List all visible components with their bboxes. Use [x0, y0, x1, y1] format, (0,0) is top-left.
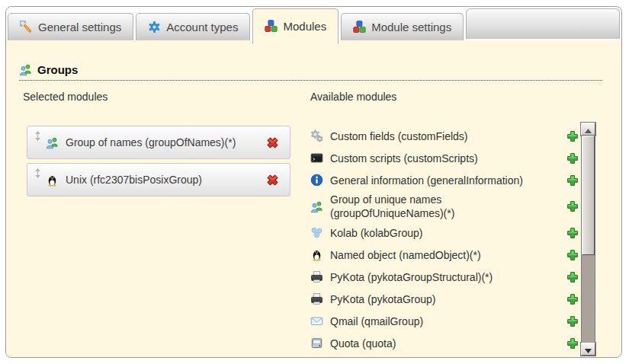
wrench-icon	[20, 21, 33, 34]
available-module-row: Group of unique names (groupOfUniqueName…	[310, 191, 579, 222]
available-module-row: Quota (quota)	[310, 332, 579, 354]
remove-module-button[interactable]	[266, 174, 279, 187]
scroll-up-icon	[585, 123, 592, 136]
tab-bar-filler	[466, 8, 620, 39]
available-module-label: Qmail (qmailGroup)	[330, 315, 423, 328]
drag-handle-icon[interactable]	[34, 168, 41, 178]
add-module-button[interactable]	[566, 200, 579, 212]
add-module-button[interactable]	[566, 130, 579, 142]
scrollbar-track[interactable]	[581, 136, 595, 343]
envelope-icon	[310, 315, 323, 327]
selected-module-label: Unix (rfc2307bisPosixGroup)	[66, 174, 202, 186]
scroll-down-icon	[585, 343, 592, 356]
available-module-label: Named object (namedObject)(*)	[330, 248, 481, 262]
modules-icon	[353, 21, 366, 34]
drag-handle-icon[interactable]	[34, 131, 41, 141]
add-module-button[interactable]	[566, 337, 579, 350]
selected-modules-list: Group of names (groupOfNames)(*)Unix (rf…	[27, 126, 290, 200]
disk-icon	[310, 337, 323, 350]
available-module-row: PyKota (pykotaGroupStructural)(*)	[310, 266, 579, 288]
selected-module-row[interactable]: Unix (rfc2307bisPosixGroup)	[27, 163, 290, 196]
tab-label: Modules	[283, 20, 326, 33]
scrollbar-thumb[interactable]	[582, 136, 595, 255]
tab-account-types[interactable]: Account types	[136, 13, 250, 40]
remove-module-button[interactable]	[266, 136, 279, 149]
add-module-button[interactable]	[566, 227, 579, 239]
add-module-button[interactable]	[566, 271, 579, 283]
available-module-label: Quota (quota)	[330, 337, 396, 350]
available-module-label: PyKota (pykotaGroupStructural)(*)	[330, 270, 493, 284]
modules-tab-content: Groups Selected modules Available module…	[6, 40, 621, 357]
available-module-label: Custom scripts (customScripts)	[330, 152, 478, 165]
available-module-label: Custom fields (customFields)	[330, 129, 468, 143]
info-icon	[310, 174, 323, 187]
available-module-row: Qmail (qmailGroup)	[310, 310, 579, 332]
config-panel: General settings Account types Modules M…	[5, 6, 622, 358]
tab-label: Account types	[166, 21, 238, 34]
add-module-button[interactable]	[566, 152, 579, 164]
available-modules-heading: Available modules	[310, 91, 396, 103]
available-module-label: PyKota (pykotaGroup)	[330, 292, 436, 306]
available-modules-list: Custom fields (customFields)Custom scrip…	[310, 125, 579, 354]
add-module-button[interactable]	[566, 174, 579, 187]
tab-label: General settings	[38, 21, 121, 34]
kolab-icon	[310, 226, 323, 239]
add-module-button[interactable]	[566, 293, 579, 305]
available-modules-scrollbar[interactable]	[581, 123, 595, 356]
terminal-icon	[310, 152, 323, 164]
selected-modules-heading: Selected modules	[23, 91, 108, 103]
scroll-down-button[interactable]	[581, 343, 595, 356]
selected-module-row[interactable]: Group of names (groupOfNames)(*)	[27, 126, 290, 159]
available-module-row: Named object (namedObject)(*)	[310, 244, 579, 266]
available-module-label: Kolab (kolabGroup)	[330, 226, 422, 240]
gears-icon	[310, 129, 323, 142]
available-module-row: Custom fields (customFields)	[310, 125, 579, 147]
group-icon	[46, 136, 59, 149]
available-module-label: General information (generalInformation)	[330, 174, 523, 187]
modules-icon	[265, 20, 278, 33]
tab-general-settings[interactable]: General settings	[8, 13, 133, 40]
group-icon	[310, 200, 323, 213]
available-module-row: General information (generalInformation)	[310, 169, 579, 191]
selected-module-label: Group of names (groupOfNames)(*)	[66, 136, 236, 148]
tab-label: Module settings	[371, 21, 451, 34]
groups-icon	[19, 63, 32, 76]
add-module-button[interactable]	[566, 249, 579, 261]
available-module-row: PyKota (pykotaGroup)	[310, 288, 579, 310]
section-header-groups: Groups	[19, 63, 602, 81]
tab-modules[interactable]: Modules	[252, 8, 339, 43]
add-module-button[interactable]	[566, 315, 579, 327]
tux-icon	[46, 174, 59, 187]
tux-icon	[310, 248, 323, 261]
printer-icon	[310, 270, 323, 283]
available-module-label: Group of unique names (groupOfUniqueName…	[330, 193, 486, 220]
tab-bar: General settings Account types Modules M…	[6, 7, 621, 40]
tab-module-settings[interactable]: Module settings	[341, 13, 464, 40]
gear-icon	[148, 21, 161, 34]
available-module-row: Custom scripts (customScripts)	[310, 147, 579, 169]
scroll-up-button[interactable]	[581, 123, 595, 136]
section-title: Groups	[37, 63, 78, 76]
printer-icon	[310, 292, 323, 305]
available-module-row: Kolab (kolabGroup)	[310, 222, 579, 244]
